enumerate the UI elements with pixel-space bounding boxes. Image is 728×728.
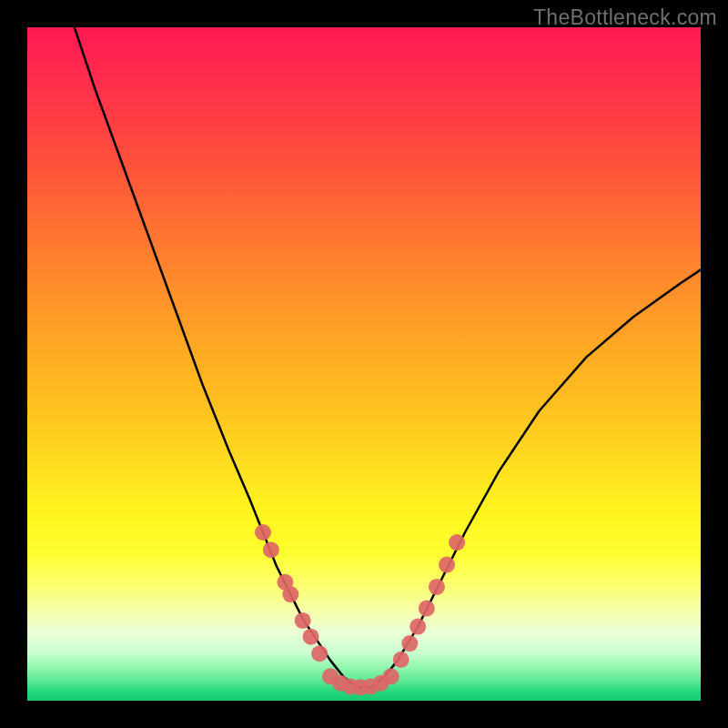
marker-dot [439, 557, 455, 573]
marker-dot [263, 541, 279, 558]
curve-layer [27, 27, 701, 701]
marker-dot [282, 586, 298, 602]
marker-dot [410, 619, 426, 635]
marker-dot [303, 629, 319, 645]
marker-dot [419, 601, 435, 617]
marker-dot [393, 652, 410, 668]
chart-frame: TheBottleneck.com [0, 0, 728, 728]
plot-area [27, 27, 701, 701]
marker-dot [295, 612, 311, 629]
watermark-text: TheBottleneck.com [533, 5, 717, 30]
bottleneck-curve [75, 27, 701, 687]
marker-dot [255, 524, 271, 541]
curve-markers [255, 524, 465, 695]
marker-dot [311, 645, 328, 662]
marker-dot [429, 579, 445, 595]
marker-dot [401, 635, 418, 652]
marker-dot [449, 534, 465, 551]
bottleneck-curve-path [75, 27, 701, 687]
marker-dot [383, 668, 399, 684]
